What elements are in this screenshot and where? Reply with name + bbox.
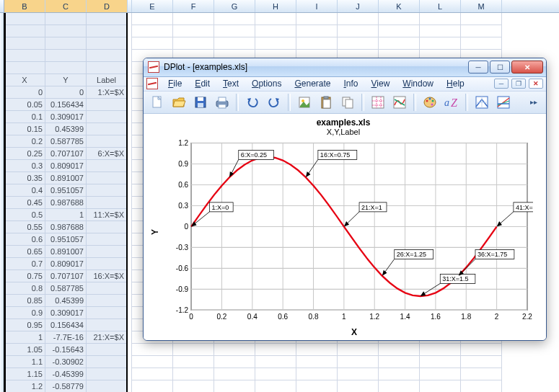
cell[interactable] (87, 380, 126, 392)
maximize-button[interactable]: ☐ (490, 61, 510, 74)
cell[interactable]: 1.2 (4, 380, 45, 392)
cell[interactable]: 0.3 (4, 160, 45, 172)
cell[interactable] (87, 99, 126, 111)
cell[interactable] (420, 25, 460, 37)
cell[interactable] (255, 25, 296, 37)
cell[interactable] (87, 233, 126, 246)
titlebar[interactable]: DPlot - [examples.xls] ─ ☐ ✕ (144, 58, 546, 77)
cell[interactable] (87, 123, 126, 135)
cell[interactable] (132, 344, 172, 356)
cell[interactable] (4, 37, 45, 50)
cell[interactable]: 0.85 (4, 295, 45, 307)
cell[interactable]: 21:X=$X (87, 331, 126, 344)
cell[interactable]: 0.809017 (45, 258, 86, 270)
cell[interactable]: 0.987688 (45, 197, 86, 209)
cell[interactable]: 0.6 (4, 233, 45, 246)
linear-scale-icon[interactable] (472, 93, 491, 112)
cell[interactable]: 0.95 (4, 319, 45, 331)
cell[interactable] (420, 368, 460, 380)
cell[interactable]: Y (45, 74, 86, 86)
cell[interactable]: 0.809017 (45, 160, 86, 172)
cell[interactable]: 0.587785 (45, 135, 86, 148)
cell[interactable]: 0.309017 (45, 307, 86, 319)
cell[interactable] (87, 160, 126, 172)
cell[interactable]: 0.7 (4, 258, 45, 270)
cell[interactable] (87, 172, 126, 184)
cell[interactable]: 1.1 (4, 356, 45, 368)
cell[interactable] (461, 356, 501, 368)
cell[interactable] (461, 25, 501, 37)
col-header-f[interactable]: F (173, 0, 214, 12)
log-scale-icon[interactable] (494, 93, 513, 112)
cell[interactable] (87, 282, 126, 295)
cell[interactable] (379, 37, 419, 50)
cell[interactable] (87, 258, 126, 270)
color-icon[interactable] (421, 93, 439, 112)
cell[interactable] (255, 344, 296, 356)
cell[interactable] (45, 37, 86, 50)
cell[interactable] (214, 37, 255, 50)
cell[interactable]: 0.45399 (45, 295, 86, 307)
cell[interactable] (379, 368, 419, 380)
cell[interactable] (296, 368, 337, 380)
undo-icon[interactable] (243, 93, 262, 112)
menu-edit[interactable]: Edit (189, 77, 216, 90)
cell[interactable] (173, 25, 214, 37)
cell[interactable] (45, 62, 86, 74)
cell[interactable] (87, 295, 126, 307)
open-file-icon[interactable] (170, 93, 188, 112)
cell[interactable]: 0.15 (4, 123, 45, 135)
copy-data-icon[interactable] (338, 93, 357, 112)
cell[interactable] (214, 13, 255, 25)
cell[interactable] (214, 356, 255, 368)
cell[interactable] (461, 37, 501, 50)
cell[interactable] (87, 356, 126, 368)
cell[interactable] (338, 356, 378, 368)
cell[interactable]: 0.4 (4, 184, 45, 197)
menu-file[interactable]: File (162, 77, 188, 90)
cell[interactable] (45, 13, 86, 25)
cell[interactable] (420, 380, 460, 392)
copy-image-icon[interactable] (295, 93, 314, 112)
cell[interactable] (4, 50, 45, 62)
cell[interactable]: 0.156434 (45, 319, 86, 331)
cell[interactable] (461, 380, 501, 392)
cell[interactable]: -7.7E-16 (45, 331, 86, 344)
col-header-h[interactable]: H (255, 0, 296, 12)
cell[interactable]: 0.951057 (45, 233, 86, 246)
cell[interactable]: 1:X=$X (87, 86, 126, 99)
cell[interactable] (173, 356, 214, 368)
cell[interactable]: Label (87, 74, 126, 86)
cell[interactable]: 16:X=$X (87, 270, 126, 282)
cell[interactable] (420, 356, 460, 368)
menu-view[interactable]: View (366, 77, 396, 90)
cell[interactable] (87, 368, 126, 380)
col-header-k[interactable]: K (379, 0, 420, 12)
cell[interactable] (173, 368, 214, 380)
cell[interactable] (255, 356, 296, 368)
cell[interactable]: 0.35 (4, 172, 45, 184)
paste-icon[interactable] (317, 93, 335, 112)
cell[interactable] (132, 37, 172, 50)
cell[interactable]: 0.45399 (45, 123, 86, 135)
cell[interactable]: 0.9 (4, 307, 45, 319)
toolbar-overflow-icon[interactable]: ▸▸ (526, 98, 542, 106)
cell[interactable] (461, 13, 501, 25)
cell[interactable] (379, 25, 419, 37)
cell[interactable] (214, 344, 255, 356)
cell[interactable] (132, 356, 172, 368)
cell[interactable]: 1.05 (4, 344, 45, 356)
menu-info[interactable]: Info (338, 77, 364, 90)
cell[interactable] (379, 356, 419, 368)
col-header-e[interactable]: E (132, 0, 173, 12)
cell[interactable] (173, 13, 214, 25)
cell[interactable]: 0.45 (4, 197, 45, 209)
mdi-minimize-button[interactable]: ─ (494, 79, 509, 89)
cell[interactable] (379, 13, 419, 25)
font-icon[interactable]: aZ (442, 93, 461, 112)
cell[interactable] (132, 25, 172, 37)
cell[interactable] (296, 13, 337, 25)
col-header-j[interactable]: J (338, 0, 379, 12)
cell[interactable]: 0 (4, 86, 45, 99)
cell[interactable] (87, 62, 126, 74)
